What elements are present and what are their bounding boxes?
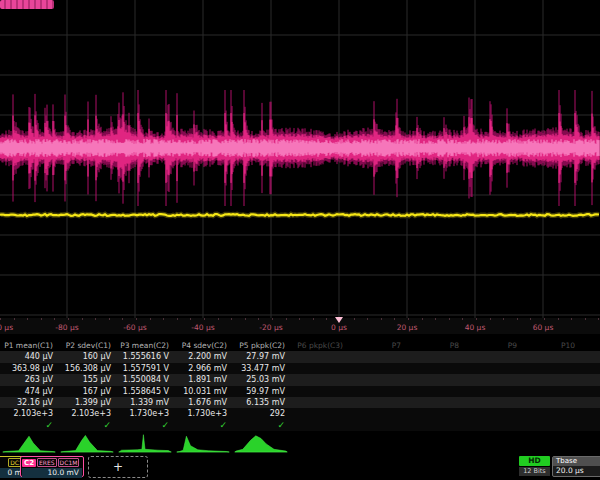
stat-cell: 59.97 mV (232, 386, 290, 397)
stat-cell: 1.555616 V (116, 351, 174, 362)
time-axis-label: -80 µs (55, 323, 78, 332)
histicon-row (0, 432, 600, 455)
stat-cell: 6.135 mV (232, 397, 290, 408)
time-axis-label: 60 µs (533, 323, 554, 332)
stat-cell: 1.558645 V (116, 386, 174, 397)
stat-cell: 474 µV (0, 386, 58, 397)
time-axis-label: -60 µs (123, 323, 146, 332)
param-header-7[interactable]: P7 (348, 340, 406, 351)
trigger-position-marker[interactable] (335, 317, 343, 323)
stat-cell: 32.16 µV (0, 397, 58, 408)
status-ok-icon: ✓ (232, 420, 290, 431)
status-ok-icon: ✓ (58, 420, 116, 431)
status-ok-icon: ✓ (116, 420, 174, 431)
time-axis-label: -100 µs (0, 323, 13, 332)
time-axis-label: 20 µs (397, 323, 418, 332)
stat-cell: 1.730e+3 (174, 408, 232, 419)
stat-row-max: 474 µV167 µV1.558645 V10.031 mV59.97 mV (0, 386, 600, 397)
time-axis-label: -20 µs (259, 323, 282, 332)
descriptor-bar: DC1M 0 mV C2 ERES DC1M 10.0 mV + HD 12 B… (0, 455, 600, 480)
timebase-scale-value: 20.0 µs (553, 466, 600, 476)
stat-row-value: 440 µV160 µV1.555616 V2.200 mV27.97 mV (0, 351, 600, 362)
hd-bits-label: 12 Bits (519, 467, 550, 476)
stat-row-min: 263 µV155 µV1.550084 V1.891 mV25.03 mV (0, 374, 600, 385)
stat-cell: 2.103e+3 (0, 408, 58, 419)
param-histicon-3[interactable] (116, 432, 174, 455)
stat-cell: 1.730e+3 (116, 408, 174, 419)
status-ok-icon: ✓ (0, 420, 58, 431)
stat-row-sdev: 32.16 µV1.399 µV1.339 mV1.676 mV6.135 mV (0, 397, 600, 408)
stat-cell: 10.031 mV (174, 386, 232, 397)
c2-eres-badge: ERES (37, 458, 57, 467)
stat-cell: 33.477 mV (232, 363, 290, 374)
param-histicon-1[interactable] (0, 432, 58, 455)
stat-cell: 263 µV (0, 374, 58, 385)
stat-cell: 1.557591 V (116, 363, 174, 374)
c2-trace (0, 90, 599, 206)
param-histicon-5[interactable] (232, 432, 290, 455)
oscilloscope-screen: -100 µs-80 µs-60 µs-40 µs-20 µs0 µs20 µs… (0, 0, 600, 480)
param-header-10[interactable]: P10 (522, 340, 580, 351)
waveform-display (0, 0, 600, 318)
stat-cell: 25.03 mV (232, 374, 290, 385)
stat-cell: 292 (232, 408, 290, 419)
param-histicon-4[interactable] (174, 432, 232, 455)
c2-coupling-badge: DC1M (58, 458, 80, 467)
time-axis-label: -40 µs (191, 323, 214, 332)
status-ok-icon: ✓ (174, 420, 232, 431)
stat-cell: 27.97 mV (232, 351, 290, 362)
param-header-8[interactable]: P8 (406, 340, 464, 351)
time-axis: -100 µs-80 µs-60 µs-40 µs-20 µs0 µs20 µs… (0, 318, 600, 334)
param-header-4[interactable]: P4 sdev(C2) (174, 340, 232, 351)
hd-mode-indicator[interactable]: HD 12 Bits (519, 456, 550, 476)
status-row: ✓✓✓✓✓ (0, 420, 600, 431)
hd-badge: HD (519, 456, 550, 466)
stat-cell: 155 µV (58, 374, 116, 385)
stat-cell: 2.103e+3 (58, 408, 116, 419)
param-header-11[interactable]: P11 (580, 340, 600, 351)
stat-cell: 2.200 mV (174, 351, 232, 362)
stat-cell: 160 µV (58, 351, 116, 362)
stat-cell: 440 µV (0, 351, 58, 362)
param-header-2[interactable]: P2 sdev(C1) (58, 340, 116, 351)
timebase-descriptor[interactable]: Tbase 20.0 µs (552, 456, 600, 477)
stat-cell: 1.339 mV (116, 397, 174, 408)
stat-cell: 167 µV (58, 386, 116, 397)
stat-cell: 1.399 µV (58, 397, 116, 408)
param-header-9[interactable]: P9 (464, 340, 522, 351)
param-header-5[interactable]: P5 pkpk(C2) (232, 340, 290, 351)
stat-row-num: 2.103e+32.103e+31.730e+31.730e+3292 (0, 408, 600, 419)
c2-channel-badge: C2 (22, 459, 36, 467)
stat-cell: 156.308 µV (58, 363, 116, 374)
stat-row-mean: 363.98 µV156.308 µV1.557591 V2.966 mV33.… (0, 363, 600, 374)
timebase-title: Tbase (553, 457, 600, 466)
channel-descriptor-c2[interactable]: C2 ERES DC1M 10.0 mV (20, 456, 84, 477)
time-axis-label: 0 µs (331, 323, 347, 332)
stat-cell: 363.98 µV (0, 363, 58, 374)
stat-cell: 2.966 mV (174, 363, 232, 374)
stat-cell: 1.891 mV (174, 374, 232, 385)
add-trace-button[interactable]: + (88, 456, 148, 478)
param-header-3[interactable]: P3 mean(C2) (116, 340, 174, 351)
param-header-6[interactable]: P6 pkpk(C3) (290, 340, 348, 351)
c2-scale-value: 10.0 mV (22, 468, 82, 478)
param-header-1[interactable]: P1 mean(C1) (0, 340, 58, 351)
param-histicon-2[interactable] (58, 432, 116, 455)
measurement-table: P1 mean(C1)P2 sdev(C1)P3 mean(C2)P4 sdev… (0, 340, 600, 431)
c1-trace (0, 214, 599, 216)
time-axis-label: 40 µs (465, 323, 486, 332)
stat-cell: 1.676 mV (174, 397, 232, 408)
stat-cell: 1.550084 V (116, 374, 174, 385)
